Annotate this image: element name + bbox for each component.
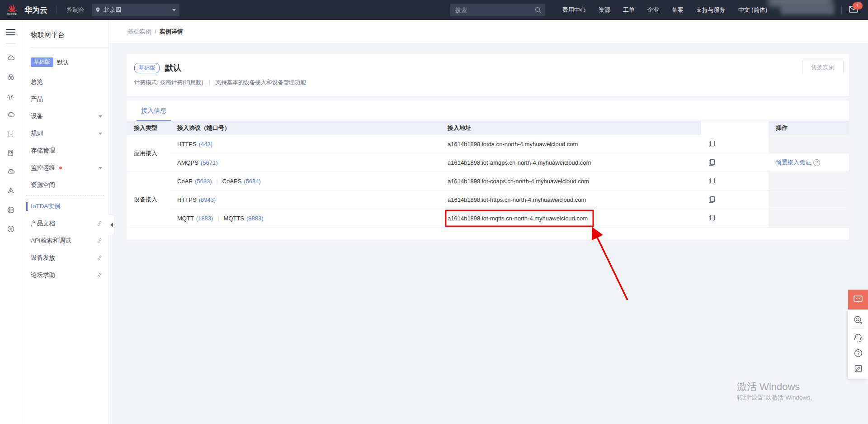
sidebar-item-device-provisioning[interactable]: 设备发放 <box>22 249 108 267</box>
headset-icon <box>854 333 863 342</box>
billing-mode-text: 计费模式: 按需计费(消息数) <box>134 79 203 86</box>
sidebar-item-resource-spaces[interactable]: 资源空间 <box>22 176 108 194</box>
tenant-icon[interactable] <box>0 67 22 86</box>
question-circle-icon: ? <box>854 349 863 357</box>
protocol-name: MQTTS <box>224 215 245 222</box>
protocol-cell: HTTPS(443) <box>170 135 440 153</box>
smiley-chat-icon <box>854 315 863 324</box>
alert-dot-icon <box>59 167 62 169</box>
copy-button[interactable] <box>708 177 715 185</box>
copy-cell <box>701 153 769 172</box>
protocol-cell: HTTPS(8943) <box>170 191 440 209</box>
chevron-left-icon <box>110 223 113 227</box>
search-input[interactable] <box>454 6 535 14</box>
cloud-server-icon[interactable] <box>0 105 22 124</box>
huawei-logo[interactable]: HUAWEI <box>5 3 19 17</box>
chevron-down-icon <box>99 115 102 118</box>
huawei-flower-icon <box>7 3 18 12</box>
copy-button[interactable] <box>708 140 715 148</box>
waves-icon[interactable] <box>0 86 22 105</box>
preset-credential-link[interactable]: 预置接入凭证 <box>776 158 811 167</box>
console-link[interactable]: 控制台 <box>67 6 85 14</box>
topbar-link[interactable]: 费用中心 <box>562 6 586 14</box>
copy-button[interactable] <box>708 159 715 166</box>
sidebar-title: 物联网平台 <box>22 20 108 39</box>
topbar-link[interactable]: 备案 <box>672 6 684 14</box>
topbar-link[interactable]: 中文 (简体) <box>738 6 767 14</box>
access-type-cell: 设备接入 <box>127 172 170 228</box>
sidebar-collapse-handle[interactable] <box>108 214 115 235</box>
sidebar-item-monitor-om[interactable]: 监控运维 <box>22 159 108 176</box>
huawei-logo-text: HUAWEI <box>7 13 18 15</box>
notebook-icon[interactable] <box>0 143 22 162</box>
region-selector[interactable]: 北京四 <box>92 4 179 16</box>
tab-access-info[interactable]: 接入信息 <box>137 107 171 121</box>
sidebar-item-rules[interactable]: 规则 <box>22 125 108 142</box>
access-info-card: 接入信息 接入类型接入协议（端口号）接入地址操作 应用接入HTTPS(443)a… <box>127 100 849 240</box>
overview-cloud-icon[interactable] <box>0 48 22 67</box>
topbar-link[interactable]: 工单 <box>623 6 635 14</box>
sidebar-item-label: 产品 <box>31 95 43 103</box>
chat-feedback-button[interactable] <box>848 290 868 310</box>
copy-button[interactable] <box>708 214 715 222</box>
survey-button[interactable] <box>848 361 868 376</box>
protocol-port: (5683) <box>195 178 212 185</box>
protocol-name: HTTPS <box>177 141 197 148</box>
region-label: 北京四 <box>104 6 172 14</box>
switch-instance-button[interactable]: 切换实例 <box>802 61 844 74</box>
protocol-port: (443) <box>199 141 212 148</box>
cloud-monitor-icon[interactable] <box>0 162 22 181</box>
external-link-icon <box>97 238 102 243</box>
sidebar-item-overview[interactable]: 总览 <box>22 73 108 91</box>
protocol-name: AMQPS <box>177 159 198 166</box>
topbar-link[interactable]: 支持与服务 <box>696 6 726 14</box>
sidebar-item-devices[interactable]: 设备 <box>22 108 108 125</box>
sidebar-item-label: 监控运维 <box>31 164 55 172</box>
tab-bar: 接入信息 <box>127 100 849 121</box>
address-cell: a1614b1898.iot-amqps.cn-north-4.myhuawei… <box>440 153 701 172</box>
rail-divider <box>6 43 16 44</box>
topbar: HUAWEI 华为云 控制台 北京四 费用中心资源工单企业备案支持与服务中文 (… <box>0 0 868 20</box>
search-icon[interactable] <box>535 7 541 13</box>
breadcrumb-parent[interactable]: 基础实例 <box>128 28 151 36</box>
help-question-icon[interactable]: ? <box>813 159 820 166</box>
instance-name-label: 默认 <box>57 58 69 67</box>
external-link-icon <box>97 221 102 226</box>
action-cell: 预置接入凭证? <box>769 153 849 172</box>
instance-title: 默认 <box>165 62 181 73</box>
protocol-port: (5671) <box>201 159 218 166</box>
sidebar-item-iotda-instances[interactable]: IoTDA实例 <box>22 198 108 215</box>
sidebar-item-products[interactable]: 产品 <box>22 91 108 108</box>
sidebar-item-product-docs[interactable]: 产品文档 <box>22 215 108 232</box>
edition-badge: 基础版 <box>31 57 53 67</box>
messages-button[interactable]: 1 <box>849 6 858 14</box>
breadcrumb-current: 实例详情 <box>160 28 183 36</box>
menu-icon[interactable] <box>6 27 15 37</box>
global-search[interactable] <box>450 4 545 16</box>
document-icon[interactable] <box>0 124 22 143</box>
protocol-separator: | <box>217 215 219 221</box>
topbar-link[interactable]: 企业 <box>647 6 659 14</box>
topbar-link[interactable]: 资源 <box>599 6 610 14</box>
copy-button[interactable] <box>708 196 715 203</box>
brand-title[interactable]: 华为云 <box>24 5 47 15</box>
chevron-down-icon <box>99 133 102 135</box>
globe-icon[interactable] <box>0 200 22 219</box>
sidebar-item-api-explorer[interactable]: API检索和调试 <box>22 232 108 249</box>
text-divider <box>209 80 210 86</box>
sidebar-item-storage[interactable]: 存储管理 <box>22 142 108 159</box>
sidebar-divider <box>31 47 108 48</box>
help-button[interactable]: ? <box>848 345 868 361</box>
action-cell <box>769 172 849 191</box>
sidebar-group-divider <box>26 195 104 196</box>
ip-icon[interactable]: IP <box>0 219 22 238</box>
sidebar-item-label: 论坛求助 <box>31 271 55 279</box>
send-pyramid-icon[interactable] <box>0 181 22 200</box>
toolbar-divider <box>852 329 864 329</box>
column-header-copyh <box>701 121 769 135</box>
sidebar-item-forum-help[interactable]: 论坛求助 <box>22 267 108 284</box>
active-indicator <box>26 202 28 211</box>
column-header-address: 接入地址 <box>440 121 701 135</box>
smiley-feedback-button[interactable] <box>848 312 868 328</box>
support-button[interactable] <box>848 330 868 345</box>
